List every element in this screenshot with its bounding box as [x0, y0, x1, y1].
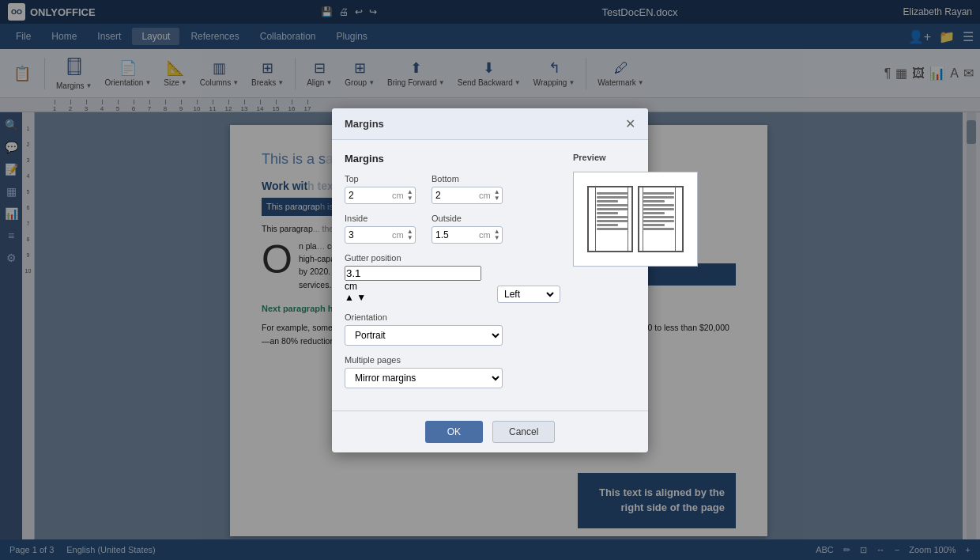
gutter-field: Gutter position cm ▲ ▼ [345, 253, 481, 303]
multiple-pages-field: Multiple pages Mirror margins Normal Boo… [345, 355, 560, 388]
dialog-top: Margins Top cm ▲ ▼ [345, 153, 635, 398]
bottom-field: Bottom cm ▲ ▼ [432, 174, 503, 204]
preview-line-r7 [643, 216, 674, 218]
top-input-group[interactable]: cm ▲ ▼ [345, 187, 416, 204]
bottom-input-group[interactable]: cm ▲ ▼ [432, 187, 503, 204]
preview-line-9 [597, 224, 618, 226]
inside-field: Inside cm ▲ ▼ [345, 214, 416, 244]
outside-field: Outside cm ▲ ▼ [432, 214, 503, 244]
top-spin-down[interactable]: ▼ [407, 195, 413, 202]
inside-spinners[interactable]: ▲ ▼ [407, 229, 413, 241]
orientation-select[interactable]: Portrait Landscape [345, 325, 503, 346]
preview-line-6 [597, 212, 618, 214]
preview-line-r1 [643, 192, 674, 195]
preview-margin-left [595, 187, 596, 251]
preview-pages [587, 186, 684, 252]
top-label: Top [345, 174, 416, 184]
gutter-unit: cm [345, 281, 357, 292]
preview-margin-left-right-page [643, 187, 643, 251]
outside-input[interactable] [435, 229, 479, 240]
outside-unit: cm [479, 230, 491, 240]
bottom-label: Bottom [432, 174, 503, 184]
preview-line-r5 [643, 208, 674, 210]
preview-line-1 [597, 192, 628, 195]
top-spinners[interactable]: ▲ ▼ [407, 189, 413, 202]
orientation-field: Orientation Portrait Landscape [345, 312, 560, 346]
preview-margin-right-right-page [675, 187, 676, 251]
gutter-row: Gutter position cm ▲ ▼ [345, 253, 560, 303]
preview-page-left [587, 186, 633, 252]
gutter-spin-up[interactable]: ▲ [345, 292, 354, 303]
margins-section-title: Margins [345, 153, 560, 165]
top-bottom-row: Top cm ▲ ▼ Bottom [345, 174, 560, 204]
dialog-left: Margins Top cm ▲ ▼ [345, 153, 560, 398]
inside-unit: cm [392, 230, 404, 240]
cancel-button[interactable]: Cancel [492, 421, 555, 443]
top-unit: cm [392, 191, 404, 200]
dialog-header: Margins ✕ [332, 108, 648, 140]
dialog-body: Margins Top cm ▲ ▼ [332, 140, 648, 411]
inside-input-group[interactable]: cm ▲ ▼ [345, 226, 416, 244]
gutter-pos-group[interactable]: Left Top [497, 286, 560, 303]
top-input[interactable] [349, 190, 392, 201]
gutter-input[interactable] [345, 266, 481, 281]
orientation-label: Orientation [345, 312, 560, 322]
bottom-spin-down[interactable]: ▼ [494, 195, 500, 202]
gutter-spin-down[interactable]: ▼ [356, 292, 366, 303]
preview-line-r6 [643, 212, 665, 214]
inside-label: Inside [345, 214, 416, 223]
modal-overlay: Margins ✕ Margins Top cm [0, 0, 980, 560]
preview-line-4 [597, 204, 628, 206]
preview-line-r9 [643, 224, 665, 226]
preview-label: Preview [573, 153, 698, 162]
preview-line-10 [597, 228, 628, 230]
preview-line-r2 [643, 196, 674, 199]
gutter-pos-select[interactable]: Left Top [501, 288, 556, 301]
inside-outside-row: Inside cm ▲ ▼ Outside [345, 214, 560, 244]
preview-line-r8 [643, 220, 674, 222]
outside-spin-down[interactable]: ▼ [494, 235, 500, 241]
preview-box [573, 172, 698, 267]
preview-line-7 [597, 216, 628, 218]
preview-line-3 [597, 200, 618, 202]
inside-input[interactable] [349, 229, 392, 240]
preview-line-r10 [643, 228, 674, 230]
dialog-close-button[interactable]: ✕ [625, 116, 635, 131]
bottom-unit: cm [479, 191, 491, 200]
dialog-title: Margins [345, 118, 384, 130]
dialog-right: Preview [573, 153, 698, 398]
preview-line-r4 [643, 204, 674, 206]
outside-spinners[interactable]: ▲ ▼ [494, 229, 500, 241]
margins-dialog: Margins ✕ Margins Top cm [332, 108, 648, 452]
bottom-spinners[interactable]: ▲ ▼ [494, 189, 500, 202]
multiple-pages-select[interactable]: Mirror margins Normal Book fold [345, 368, 503, 388]
preview-line-8 [597, 220, 628, 222]
ok-button[interactable]: OK [425, 421, 483, 443]
preview-line-r3 [643, 200, 665, 202]
outside-label: Outside [432, 214, 503, 223]
gutter-label: Gutter position [345, 253, 481, 263]
gutter-pos-field: Left Top [497, 286, 560, 303]
outside-input-group[interactable]: cm ▲ ▼ [432, 226, 503, 244]
multiple-pages-label: Multiple pages [345, 355, 560, 365]
preview-page-right [638, 186, 684, 252]
preview-margin-right-left-page [628, 187, 628, 251]
gutter-spinners[interactable]: ▲ ▼ [345, 292, 481, 303]
preview-line-5 [597, 208, 628, 210]
preview-line-2 [597, 196, 628, 199]
bottom-input[interactable] [435, 190, 479, 201]
dialog-footer: OK Cancel [332, 411, 648, 452]
top-field: Top cm ▲ ▼ [345, 174, 416, 204]
inside-spin-down[interactable]: ▼ [407, 235, 413, 241]
gutter-input-group[interactable]: cm ▲ ▼ [345, 266, 481, 303]
